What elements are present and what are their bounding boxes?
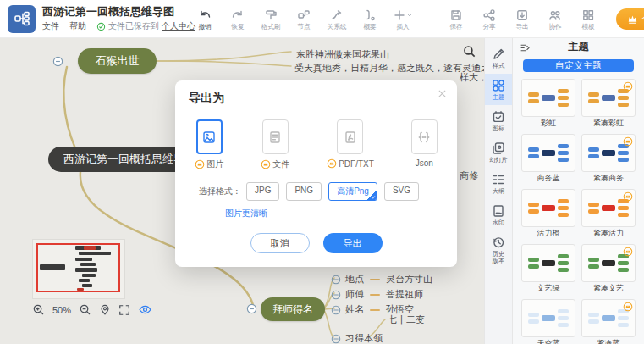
leaf-node[interactable]: 七十二变 xyxy=(388,313,425,326)
tool-node[interactable]: 节点 xyxy=(287,6,320,31)
kv-key[interactable]: 姓名 xyxy=(345,303,364,316)
save-status: 文件已保存到个人中心 xyxy=(96,20,195,32)
branch-node-bottom[interactable]: 拜师得名 xyxy=(261,297,325,321)
tool-summary[interactable]: 概要 xyxy=(353,6,386,31)
preview-eye-icon[interactable] xyxy=(138,303,152,316)
template-icon xyxy=(581,8,595,22)
tool-export[interactable]: 导出 xyxy=(505,6,538,31)
locate-pin-icon[interactable] xyxy=(99,303,111,316)
theme-card-紧凑彩虹[interactable]: 紧凑彩虹 xyxy=(581,79,636,128)
collapse-panel-icon[interactable] xyxy=(520,42,531,53)
export-type-label: PDF/TXT xyxy=(327,158,374,169)
tool-collaborate[interactable]: 协作 xyxy=(538,6,571,31)
clearer-image-link[interactable]: 图片更清晰 xyxy=(225,208,443,219)
kv-value[interactable]: 菩提祖师 xyxy=(386,288,423,301)
tool-format-painter[interactable]: 格式刷 xyxy=(254,6,287,31)
branch-node-top[interactable]: 石猴出世 xyxy=(78,48,157,74)
format-option-svg[interactable]: SVG xyxy=(384,182,419,201)
export-type--[interactable]: 文件 xyxy=(261,119,289,170)
kv-key[interactable]: 习得本领 xyxy=(345,332,383,344)
rail-item-history[interactable]: 历史 版本 xyxy=(485,230,512,269)
image-icon xyxy=(196,119,223,154)
theme-card-紧凑商务[interactable]: 紧凑商务 xyxy=(581,134,636,183)
collapse-minus-icon[interactable] xyxy=(52,56,63,67)
menu-file[interactable]: 文件 xyxy=(42,20,59,32)
theme-card-商务蓝[interactable]: 商务蓝 xyxy=(521,134,575,183)
tool-template[interactable]: 模板 xyxy=(571,6,604,31)
leaf-node-fragment[interactable]: 样大， xyxy=(460,71,484,84)
rail-item-outline[interactable]: 大纲 xyxy=(485,168,512,199)
theme-card-文艺绿[interactable]: 文艺绿 xyxy=(521,244,575,293)
collapse-minus-icon[interactable] xyxy=(246,303,257,314)
format-option-jpg[interactable]: JPG xyxy=(246,182,279,201)
close-icon[interactable] xyxy=(437,88,448,99)
tool-relation-line[interactable]: 关系线 xyxy=(320,6,353,31)
minimap[interactable] xyxy=(32,239,125,299)
tool-share[interactable]: 分享 xyxy=(472,6,505,31)
export-type-text: 图片 xyxy=(206,158,223,170)
tool-label: 关系线 xyxy=(327,23,346,31)
kv-key[interactable]: 师傅 xyxy=(345,288,364,301)
kv-dash xyxy=(370,309,380,311)
theme-card-紧凑文艺[interactable]: 紧凑文艺 xyxy=(581,244,636,293)
rail-item-style[interactable]: 样式 xyxy=(485,42,512,74)
rail-label: 幻灯片 xyxy=(489,156,508,163)
zoom-in-icon[interactable] xyxy=(32,303,45,316)
tool-save[interactable]: 保存 xyxy=(439,6,472,31)
theme-thumbnail xyxy=(521,134,575,172)
theme-thumbnail xyxy=(581,299,636,337)
export-type-text: PDF/TXT xyxy=(339,159,374,169)
export-type-json[interactable]: Json xyxy=(411,119,438,170)
tool-label: 分享 xyxy=(482,23,495,31)
collapse-minus-icon[interactable] xyxy=(331,305,341,315)
export-type--[interactable]: 图片 xyxy=(195,119,223,170)
cancel-button[interactable]: 取消 xyxy=(250,233,310,253)
document-title[interactable]: 西游记第一回概括思维导图 xyxy=(42,5,184,19)
mindmap-canvas[interactable]: 石猴出世 东胜神洲傲来国花果山 受天真地秀，日精月华，感之既久，遂有灵通之 样大… xyxy=(0,38,484,344)
format-painter-icon xyxy=(264,8,278,22)
fit-screen-icon[interactable] xyxy=(118,304,130,316)
undo-icon xyxy=(198,8,212,22)
app-logo-icon[interactable] xyxy=(8,5,36,33)
mindmap-app: 西游记第一回概括思维导图 文件 帮助 文件已保存到个人中心 撤销恢复格式刷节点关… xyxy=(0,0,644,344)
theme-card-活力橙[interactable]: 活力橙 xyxy=(521,189,575,238)
collapse-minus-icon[interactable] xyxy=(331,290,341,300)
kv-key[interactable]: 地点 xyxy=(345,273,364,286)
export-type-pdf-txt[interactable]: PDF/TXT xyxy=(327,119,374,170)
rail-item-badge[interactable]: 图标 xyxy=(485,105,512,136)
kv-value[interactable]: 灵台方寸山 xyxy=(386,273,432,286)
theme-card-天空蓝[interactable]: 天空蓝 xyxy=(521,299,575,344)
tool-label: 撤销 xyxy=(198,23,211,31)
theme-thumbnail xyxy=(581,244,636,282)
collapse-minus-icon[interactable] xyxy=(331,334,341,344)
mindmap-kv-row: 地点灵台方寸山 xyxy=(331,273,432,286)
menu-help[interactable]: 帮助 xyxy=(69,20,86,32)
format-option-png[interactable]: PNG xyxy=(286,182,322,201)
format-option-高清png[interactable]: 高清Png xyxy=(328,182,377,201)
export-button[interactable]: 导出 xyxy=(323,233,383,253)
theme-name: 紧凑彩虹 xyxy=(581,119,636,128)
save-status-text: 文件已保存到 xyxy=(108,20,159,32)
kv-dash xyxy=(370,279,380,280)
tool-undo[interactable]: 撤销 xyxy=(188,6,221,31)
vip-badge-icon xyxy=(623,191,633,202)
custom-theme-button[interactable]: 自定义主题 xyxy=(523,59,634,72)
theme-icon xyxy=(492,79,505,92)
theme-card-紧凑蓝[interactable]: 紧凑蓝 xyxy=(581,299,636,344)
leaf-node[interactable]: 受天真地秀，日精月华，感之既久，遂有灵通之 xyxy=(294,62,484,75)
theme-card-紧凑活力[interactable]: 紧凑活力 xyxy=(581,189,636,238)
rail-item-theme[interactable]: 主题 xyxy=(485,74,512,105)
tool-insert[interactable]: 插入 xyxy=(386,6,419,31)
leaf-node[interactable]: 东胜神洲傲来国花果山 xyxy=(296,48,389,61)
zoom-out-icon[interactable] xyxy=(79,303,91,316)
personal-center-button[interactable]: 个人中心 xyxy=(616,8,644,30)
rail-item-slides[interactable]: 幻灯片 xyxy=(485,136,512,168)
watermark-icon xyxy=(492,204,505,218)
leaf-node-fragment[interactable]: 商修 xyxy=(460,169,478,182)
collapse-minus-icon[interactable] xyxy=(331,275,341,285)
rail-item-watermark[interactable]: 水印 xyxy=(485,199,512,230)
theme-card-彩虹[interactable]: 彩虹 xyxy=(521,79,575,128)
save-icon xyxy=(449,8,463,22)
tool-redo[interactable]: 恢复 xyxy=(221,6,254,31)
search-icon[interactable] xyxy=(462,44,476,58)
